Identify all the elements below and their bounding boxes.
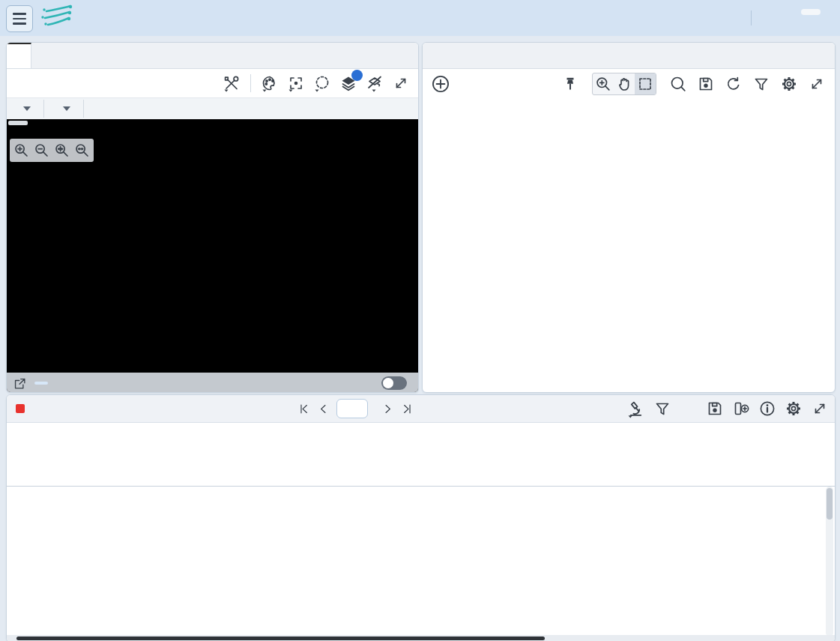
table-info-icon[interactable] bbox=[758, 400, 776, 418]
chart-filter-icon[interactable] bbox=[751, 73, 772, 94]
chart-mode-group bbox=[592, 73, 656, 95]
layers-off-icon[interactable] bbox=[365, 73, 384, 93]
chart-zoom-reset-icon[interactable] bbox=[668, 73, 689, 94]
coverage-panel bbox=[6, 42, 419, 393]
zoom-fill-icon[interactable] bbox=[72, 140, 92, 160]
external-link-icon[interactable] bbox=[13, 376, 27, 391]
zoom-fit-icon[interactable] bbox=[52, 140, 72, 160]
chart-toolbar bbox=[423, 69, 835, 99]
expand-chart-icon[interactable] bbox=[806, 73, 827, 94]
chart-settings-icon[interactable] bbox=[779, 73, 800, 94]
expand-table-icon[interactable] bbox=[811, 400, 829, 418]
wcs-coords-readout bbox=[34, 382, 48, 385]
scatter-chart[interactable] bbox=[423, 99, 835, 393]
divider bbox=[43, 100, 44, 118]
map-zoom-buttons bbox=[10, 139, 94, 162]
table-toolbar bbox=[626, 395, 829, 422]
table-horizontal-scrollbar[interactable] bbox=[7, 635, 835, 641]
hips-sky-map[interactable] bbox=[7, 119, 418, 393]
top-nav-bar bbox=[0, 0, 840, 36]
first-page-icon[interactable] bbox=[297, 403, 310, 415]
save-chart-icon[interactable] bbox=[695, 73, 716, 94]
layers-count-badge bbox=[351, 70, 363, 81]
pin-chart-icon[interactable] bbox=[560, 73, 581, 94]
divider bbox=[751, 10, 752, 25]
divider bbox=[250, 74, 251, 92]
click-lock-toggle[interactable] bbox=[381, 376, 407, 390]
color-palette-icon[interactable] bbox=[260, 73, 280, 93]
next-page-icon[interactable] bbox=[381, 403, 394, 415]
layers-icon[interactable] bbox=[339, 73, 358, 93]
page-number-input[interactable] bbox=[336, 399, 368, 418]
table-filter-icon[interactable] bbox=[653, 400, 671, 418]
center-on-icon[interactable] bbox=[286, 73, 306, 93]
table-pagination bbox=[297, 395, 420, 422]
text-view-icon[interactable] bbox=[680, 400, 698, 418]
select-region-icon[interactable] bbox=[312, 73, 332, 93]
table-header-row bbox=[7, 423, 835, 487]
coverage-toolbar bbox=[7, 69, 418, 97]
chart-box-select-icon[interactable] bbox=[635, 73, 656, 94]
chevron-down-icon bbox=[63, 106, 70, 111]
table-titlebar bbox=[7, 395, 835, 423]
hips-moc-select[interactable] bbox=[7, 98, 41, 119]
zoom-out-icon[interactable] bbox=[31, 140, 52, 160]
map-status-bar bbox=[7, 373, 418, 393]
chart-zoom-icon[interactable] bbox=[593, 73, 614, 94]
prev-page-icon[interactable] bbox=[317, 403, 330, 415]
divider bbox=[83, 100, 84, 118]
hamburger-menu-icon[interactable] bbox=[6, 5, 33, 32]
projection-select[interactable] bbox=[46, 98, 81, 119]
image-tools-icon[interactable] bbox=[222, 73, 241, 93]
zoom-in-icon[interactable] bbox=[11, 140, 31, 160]
table-panel bbox=[6, 394, 836, 641]
restore-chart-icon[interactable] bbox=[723, 73, 744, 94]
add-chart-icon[interactable] bbox=[430, 73, 451, 94]
chevron-down-icon bbox=[23, 106, 31, 111]
table-settings-icon[interactable] bbox=[785, 400, 803, 418]
tap-search-microscope-icon[interactable] bbox=[626, 400, 645, 418]
save-table-icon[interactable] bbox=[706, 400, 724, 418]
hips-title-overlay bbox=[8, 121, 28, 125]
add-column-icon[interactable] bbox=[732, 400, 750, 418]
coverage-tabstrip bbox=[7, 43, 418, 69]
tab-coverage[interactable] bbox=[7, 43, 31, 68]
last-page-icon[interactable] bbox=[401, 403, 414, 415]
chart-panel bbox=[422, 42, 836, 393]
click-lock-control bbox=[381, 376, 412, 390]
table-tab[interactable] bbox=[7, 395, 46, 422]
table-vertical-scrollbar[interactable] bbox=[826, 487, 833, 637]
coverage-subbar bbox=[7, 97, 418, 119]
expand-panel-icon[interactable] bbox=[391, 73, 411, 93]
chart-tabstrip bbox=[423, 43, 835, 69]
table-color-swatch-icon bbox=[16, 404, 25, 413]
chart-pan-icon[interactable] bbox=[614, 73, 635, 94]
app-logo-icon bbox=[39, 3, 73, 33]
logout-button[interactable] bbox=[801, 9, 821, 15]
